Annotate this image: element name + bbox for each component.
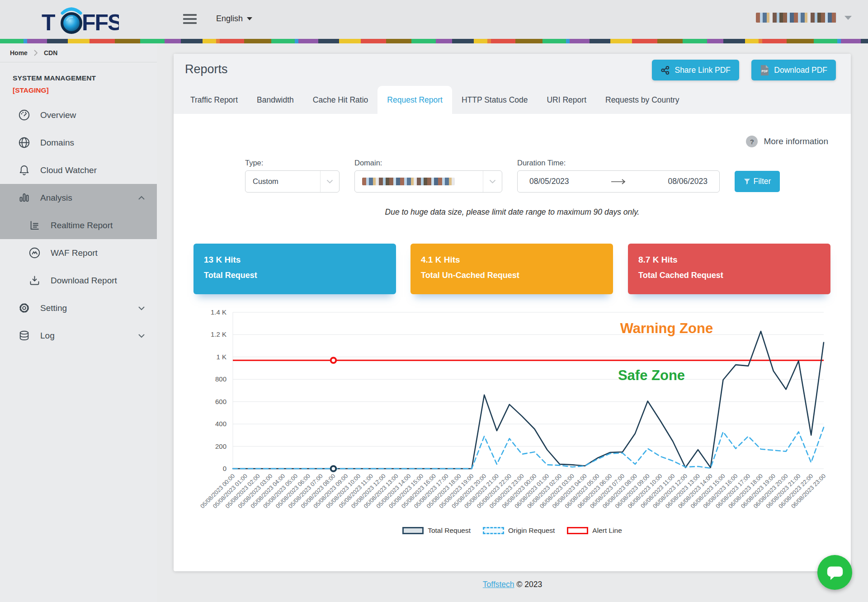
share-link-pdf-button[interactable]: Share Link PDF xyxy=(652,60,739,80)
sidebar-item-download-report[interactable]: Download Report xyxy=(0,267,157,294)
svg-text:1.4 K: 1.4 K xyxy=(211,308,226,316)
sidebar-item-cloud-watcher[interactable]: Cloud Watcher xyxy=(0,156,157,184)
date-range-picker[interactable]: 08/05/2023 08/06/2023 xyxy=(517,170,720,193)
chevron-down-icon xyxy=(320,171,339,192)
arrow-right-icon xyxy=(610,179,627,185)
sidebar-item-label: Domains xyxy=(40,138,74,148)
breadcrumb-home[interactable]: Home xyxy=(10,49,28,56)
domain-select[interactable] xyxy=(354,170,502,193)
footer-brand-link[interactable]: Toffstech xyxy=(483,580,514,589)
more-information-label: More information xyxy=(764,136,828,146)
environment-badge: [STAGING] xyxy=(13,86,157,94)
reports-card: Reports Share Link PDF PDF Download PDF … xyxy=(174,54,851,571)
sidebar-item-label: Analysis xyxy=(40,193,72,203)
filter-button[interactable]: Filter xyxy=(735,171,780,192)
tab-uri-report[interactable]: URI Report xyxy=(537,86,596,114)
tab-request-report[interactable]: Request Report xyxy=(377,86,452,114)
sidebar-item-log[interactable]: Log xyxy=(0,322,157,349)
sidebar-menu: Overview Domains Cloud Watcher Analysis … xyxy=(0,101,157,349)
lens-icon xyxy=(62,14,81,33)
sidebar-item-waf-report[interactable]: WAF Report xyxy=(0,239,157,267)
svg-text:Warning Zone: Warning Zone xyxy=(620,320,713,336)
bar-chart-icon xyxy=(18,192,30,204)
sidebar-item-realtime-report[interactable]: Realtime Report xyxy=(0,212,157,239)
svg-text:800: 800 xyxy=(215,375,226,383)
sidebar-item-analysis[interactable]: Analysis xyxy=(0,184,157,212)
toffs-logo: T FFS xyxy=(35,3,119,38)
chevron-right-icon xyxy=(34,50,38,56)
chevron-down-icon xyxy=(138,306,145,310)
stat-value: 13 K Hits xyxy=(204,255,396,265)
svg-text:1 K: 1 K xyxy=(216,353,226,361)
date-from-value: 08/05/2023 xyxy=(529,177,569,186)
sidebar-item-label: Overview xyxy=(40,110,76,120)
database-icon xyxy=(18,329,30,342)
redacted-email xyxy=(756,13,836,23)
tab-http-status-code[interactable]: HTTP Status Code xyxy=(452,86,538,114)
sidebar-item-overview[interactable]: Overview xyxy=(0,101,157,129)
language-label: English xyxy=(216,14,243,24)
sidebar-item-label: WAF Report xyxy=(51,248,98,258)
footer-copyright: © 2023 xyxy=(516,580,542,589)
card-header: Reports Share Link PDF PDF Download PDF … xyxy=(174,54,851,114)
tab-traffic-report[interactable]: Traffic Report xyxy=(181,86,247,114)
gauge-icon xyxy=(18,109,30,121)
funnel-icon xyxy=(744,178,750,185)
language-selector[interactable]: English xyxy=(216,14,252,24)
chat-bubble-icon xyxy=(826,564,844,581)
redacted-domain-value xyxy=(362,178,455,185)
type-select-value: Custom xyxy=(253,177,278,186)
svg-text:PDF: PDF xyxy=(762,70,769,73)
tab-requests-by-country[interactable]: Requests by Country xyxy=(596,86,689,114)
menu-icon[interactable] xyxy=(183,14,197,26)
breadcrumb: Home CDN xyxy=(0,43,157,62)
footer: Toffstech © 2023 xyxy=(157,580,868,589)
report-tabs: Traffic Report Bandwidth Cache Hit Ratio… xyxy=(181,86,689,114)
download-icon xyxy=(28,274,41,287)
stat-label: Total Request xyxy=(204,271,396,280)
tab-bandwidth[interactable]: Bandwidth xyxy=(247,86,303,114)
chart-legend: Total Request Origin Request Alert Line xyxy=(174,527,851,535)
tab-cache-hit-ratio[interactable]: Cache Hit Ratio xyxy=(303,86,378,114)
stat-label: Total Cached Request xyxy=(638,271,830,280)
chevron-down-icon xyxy=(483,171,502,192)
type-label: Type: xyxy=(245,159,263,167)
legend-swatch-solid xyxy=(402,527,424,534)
svg-text:FFS: FFS xyxy=(82,10,119,35)
share-icon xyxy=(660,66,670,75)
sidebar-item-label: Log xyxy=(40,331,55,341)
sidebar-item-setting[interactable]: Setting xyxy=(0,294,157,322)
chevron-down-icon xyxy=(844,16,852,20)
sidebar: Home CDN SYSTEM MANAGEMENT [STAGING] Ove… xyxy=(0,43,157,602)
svg-text:Safe Zone: Safe Zone xyxy=(618,367,685,383)
sidebar-item-domains[interactable]: Domains xyxy=(0,129,157,156)
download-pdf-button[interactable]: PDF Download PDF xyxy=(751,60,836,80)
chevron-down-icon xyxy=(247,17,252,20)
sidebar-item-label: Setting xyxy=(40,303,67,313)
legend-swatch-alert xyxy=(567,527,588,534)
globe-icon xyxy=(18,136,30,149)
stat-card-total-request: 13 K Hits Total Request xyxy=(193,244,396,294)
legend-swatch-dashed xyxy=(483,527,504,534)
more-information-link[interactable]: ? More information xyxy=(746,136,828,147)
legend-item-alert-line: Alert Line xyxy=(567,527,622,535)
svg-text:1.2 K: 1.2 K xyxy=(211,330,226,338)
chat-widget-button[interactable] xyxy=(817,555,852,590)
help-icon: ? xyxy=(746,136,758,147)
legend-item-total-request: Total Request xyxy=(402,527,471,535)
duration-label: Duration Time: xyxy=(517,159,566,167)
sidebar-item-label: Cloud Watcher xyxy=(40,165,97,175)
brand-stripe xyxy=(0,39,868,43)
domain-label: Domain: xyxy=(354,159,382,167)
svg-text:T: T xyxy=(42,10,56,35)
date-range-note: Due to huge data size, please limit date… xyxy=(174,207,851,217)
app-header: T FFS English xyxy=(0,0,868,39)
gear-icon xyxy=(18,302,30,314)
svg-text:400: 400 xyxy=(215,420,226,428)
legend-item-origin-request: Origin Request xyxy=(483,527,555,535)
svg-text:600: 600 xyxy=(215,398,226,405)
type-select[interactable]: Custom xyxy=(245,170,340,193)
account-menu[interactable] xyxy=(756,13,852,23)
bell-icon xyxy=(18,164,30,176)
request-report-chart: 02004006008001 K1.2 K1.4 K05/08/2023 00:… xyxy=(200,307,831,523)
